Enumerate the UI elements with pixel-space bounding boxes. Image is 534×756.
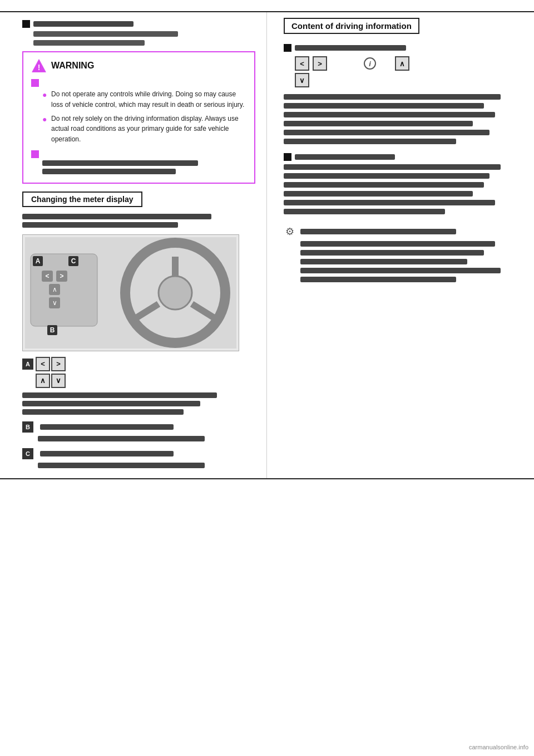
svg-text:B: B xyxy=(50,326,55,334)
info-icon[interactable]: i xyxy=(364,57,376,70)
btn-up-a[interactable]: ∧ xyxy=(36,374,50,388)
warning-bullet-1: Do not operate any controls while drivin… xyxy=(42,89,246,110)
changing-meter-display-header: Changing the meter display xyxy=(22,192,142,207)
section-c-text-line xyxy=(40,451,174,456)
svg-text:C: C xyxy=(71,257,76,265)
section-a-text-3 xyxy=(22,409,184,415)
btn-down-a[interactable]: ∨ xyxy=(51,374,66,388)
right-desc-4 xyxy=(284,121,473,126)
right-note-5 xyxy=(284,200,495,205)
black-square-icon xyxy=(22,20,30,28)
warning-pink-square-2 xyxy=(31,150,39,158)
warning-header: ! WARNING xyxy=(31,58,246,73)
warning-note-text-1 xyxy=(42,160,198,166)
left-top-text-2 xyxy=(33,31,178,37)
btn-legend-a-updown: ∧ ∨ xyxy=(36,374,255,388)
warning-pink-square-1 xyxy=(31,79,39,87)
right-note-2 xyxy=(284,173,490,179)
svg-text:<: < xyxy=(45,272,49,280)
section-a-text-2 xyxy=(22,401,200,406)
svg-text:∨: ∨ xyxy=(52,299,57,307)
right-btn-row-1: < > i ∧ xyxy=(295,56,523,71)
right-note-4 xyxy=(284,191,473,197)
warning-note-text-2 xyxy=(42,169,176,174)
right-settings-text-5 xyxy=(300,268,501,273)
right-settings-text-6 xyxy=(300,277,456,282)
right-settings-text-2 xyxy=(300,241,495,247)
btn-legend-b: B xyxy=(22,421,255,433)
btn-label-a: A xyxy=(22,359,33,370)
btn-legend-c: C xyxy=(22,448,255,459)
warning-bullet-2-text: Do not rely solely on the driving inform… xyxy=(51,115,239,144)
warning-section-2 xyxy=(31,149,246,158)
right-note-1 xyxy=(284,164,501,170)
watermark: carmanualsonline.info xyxy=(469,744,528,750)
right-info-icon-wrap: i xyxy=(364,57,376,70)
left-top-text-3 xyxy=(33,40,145,46)
right-btn-right[interactable]: > xyxy=(313,56,327,71)
meter-intro-line-2 xyxy=(22,222,178,228)
warning-bullet-1-text: Do not operate any controls while drivin… xyxy=(51,90,244,109)
right-desc-2 xyxy=(284,103,484,109)
right-settings-text-4 xyxy=(300,259,467,264)
right-label-2-text xyxy=(295,154,395,160)
right-settings-text-3 xyxy=(300,250,484,256)
content-driving-info-header: Content of driving information xyxy=(284,18,419,34)
settings-icon: ⚙ xyxy=(284,225,296,238)
content-driving-info-title: Content of driving information xyxy=(291,21,412,31)
warning-triangle-icon: ! xyxy=(31,58,47,73)
steering-wheel-image: < > ∧ ∨ A C xyxy=(22,234,239,351)
right-black-square-1 xyxy=(284,44,291,52)
section-a-text-1 xyxy=(22,392,217,398)
right-desc-6 xyxy=(284,139,456,144)
left-section-label-top xyxy=(22,20,255,28)
right-desc-3 xyxy=(284,112,495,117)
btn-right-lr[interactable]: > xyxy=(51,357,66,371)
warning-bullet-list: Do not operate any controls while drivin… xyxy=(42,89,246,145)
section-b-text-2 xyxy=(38,436,205,441)
right-desc-5 xyxy=(284,130,490,135)
page: ! WARNING Do not operate any controls wh… xyxy=(0,0,534,756)
right-column: Content of driving information < > i xyxy=(267,12,534,478)
right-section-label-2 xyxy=(284,153,523,161)
right-btn-row-2: ∨ xyxy=(295,73,523,87)
main-content: ! WARNING Do not operate any controls wh… xyxy=(0,12,534,478)
warning-box: ! WARNING Do not operate any controls wh… xyxy=(22,51,255,184)
right-btn-down[interactable]: ∨ xyxy=(295,73,309,87)
right-btn-left[interactable]: < xyxy=(295,56,309,71)
left-top-text-line xyxy=(33,21,134,27)
right-note-3 xyxy=(284,182,484,188)
right-note-6 xyxy=(284,209,445,214)
right-btn-up[interactable]: ∧ xyxy=(395,56,409,71)
warning-bullet-2: Do not rely solely on the driving inform… xyxy=(42,114,246,145)
meter-intro-line-1 xyxy=(22,214,211,219)
btn-legend-a: A < > xyxy=(22,357,255,371)
btn-label-b: B xyxy=(22,421,33,433)
right-label-1-text xyxy=(295,45,406,51)
right-settings-text xyxy=(300,229,456,234)
svg-text:A: A xyxy=(36,257,41,265)
btn-left-lr[interactable]: < xyxy=(36,357,50,371)
right-desc-1 xyxy=(284,94,501,100)
left-column: ! WARNING Do not operate any controls wh… xyxy=(0,12,267,478)
warning-title: WARNING xyxy=(51,61,94,71)
btn-label-c: C xyxy=(22,448,33,459)
bottom-divider xyxy=(0,478,534,479)
section-b-text-line xyxy=(40,424,174,430)
warning-section-1 xyxy=(31,78,246,87)
steering-svg: < > ∧ ∨ A C xyxy=(25,237,236,348)
svg-text:!: ! xyxy=(38,63,41,72)
svg-text:>: > xyxy=(60,272,63,280)
svg-point-19 xyxy=(159,276,192,310)
svg-text:∧: ∧ xyxy=(52,286,57,293)
changing-meter-display-title: Changing the meter display xyxy=(31,195,134,204)
right-section-label-1 xyxy=(284,44,523,52)
steering-image-inner: < > ∧ ∨ A C xyxy=(23,235,239,351)
section-c-text-2 xyxy=(38,463,205,468)
right-black-square-2 xyxy=(284,153,291,161)
right-settings-row: ⚙ xyxy=(284,225,523,238)
right-btn-up-wrap: ∧ xyxy=(395,56,411,71)
